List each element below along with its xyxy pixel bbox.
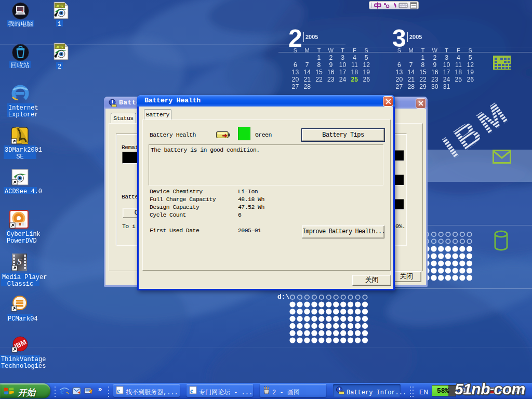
svg-text:e: e — [117, 387, 120, 394]
svg-text:e: e — [190, 387, 193, 394]
svg-text:JPG: JPG — [56, 4, 63, 8]
svg-text:S: S — [17, 257, 22, 266]
svg-text:IBM: IBM — [436, 96, 517, 165]
svg-text:e: e — [60, 385, 65, 396]
svg-text:JPG: JPG — [56, 45, 63, 49]
